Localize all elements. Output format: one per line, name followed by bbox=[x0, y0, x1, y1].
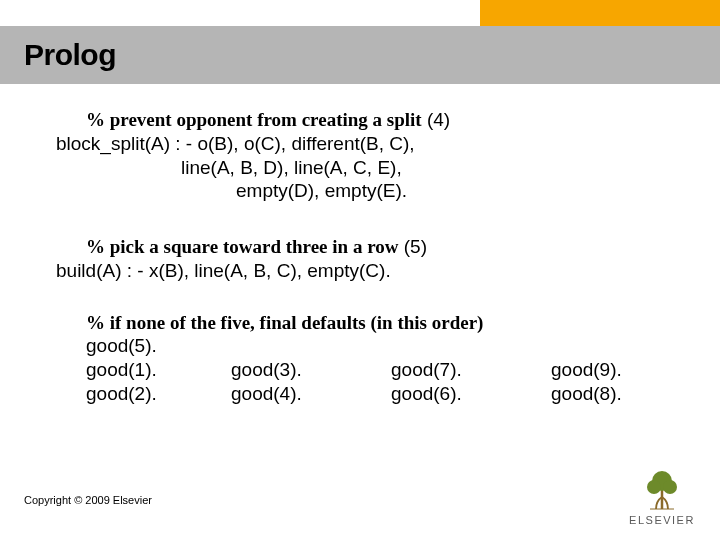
code-block-1: % prevent opponent from creating a split… bbox=[56, 108, 690, 203]
code-line: empty(D), empty(E). bbox=[56, 179, 690, 203]
code-block-2: % pick a square toward three in a row (5… bbox=[56, 235, 690, 283]
code-cell: good(7). bbox=[391, 358, 551, 382]
rule-index: (4) bbox=[422, 109, 451, 130]
copyright-text: Copyright © 2009 Elsevier bbox=[24, 494, 152, 506]
comment-text: % pick a square toward three in a row bbox=[86, 236, 398, 257]
code-cell: good(6). bbox=[391, 382, 551, 406]
svg-point-2 bbox=[647, 480, 661, 494]
svg-point-3 bbox=[663, 480, 677, 494]
code-row: good(5). bbox=[86, 334, 690, 358]
slide-title: Prolog bbox=[0, 38, 116, 72]
code-cell: good(3). bbox=[231, 358, 391, 382]
publisher-logo: ELSEVIER bbox=[622, 467, 702, 526]
code-cell: good(5). bbox=[86, 334, 231, 358]
title-bar: Prolog bbox=[0, 26, 720, 84]
code-line: build(A) : - x(B), line(A, B, C), empty(… bbox=[56, 259, 690, 283]
code-line: line(A, B, D), line(A, C, E), bbox=[56, 156, 690, 180]
comment-text: % if none of the five, final defaults (i… bbox=[86, 311, 690, 335]
code-block-3: % if none of the five, final defaults (i… bbox=[86, 311, 690, 406]
code-row: good(2). good(4). good(6). good(8). bbox=[86, 382, 690, 406]
publisher-name: ELSEVIER bbox=[622, 514, 702, 526]
code-cell: good(1). bbox=[86, 358, 231, 382]
code-row: good(1). good(3). good(7). good(9). bbox=[86, 358, 690, 382]
top-accent-bar bbox=[480, 0, 720, 26]
code-line: block_split(A) : - o(B), o(C), different… bbox=[56, 132, 690, 156]
code-cell: good(9). bbox=[551, 358, 671, 382]
elsevier-tree-icon bbox=[640, 467, 684, 511]
code-cell: good(4). bbox=[231, 382, 391, 406]
slide-content: % prevent opponent from creating a split… bbox=[56, 100, 690, 406]
code-cell: good(2). bbox=[86, 382, 231, 406]
code-cell: good(8). bbox=[551, 382, 671, 406]
comment-text: % prevent opponent from creating a split bbox=[86, 109, 422, 130]
rule-index: (5) bbox=[398, 236, 427, 257]
